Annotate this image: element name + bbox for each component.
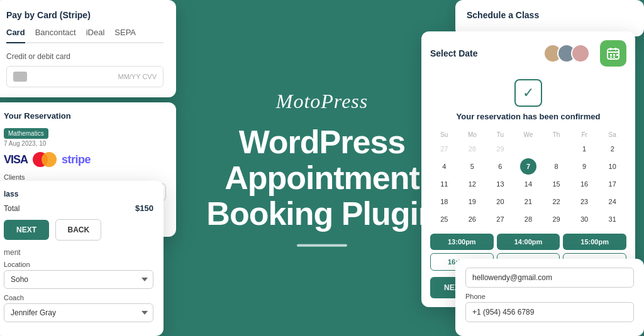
schedule-class-title: Schedule a Class [467,10,633,20]
bottom-btn-row: NEXT BACK [4,219,153,241]
cal-day[interactable]: 31 [604,211,621,227]
cal-day[interactable]: 6 [492,158,508,175]
location-field: Location Soho Downtown [4,261,153,289]
cal-day[interactable]: 21 [520,193,536,210]
cal-day[interactable]: 26 [464,211,480,227]
svg-rect-4 [610,54,612,56]
calendar-title: Select Date [430,48,477,58]
tab-card[interactable]: Card [6,28,25,43]
weekday-fr: Fr [570,131,599,138]
cal-day[interactable]: 11 [436,176,452,192]
email-input[interactable] [465,268,634,288]
calendar-header: Select Date [430,40,626,67]
card-chip-icon [13,72,27,82]
schedule-bottom-left: lass Total $150 NEXT BACK ment Location … [0,181,164,336]
logo-text: MotoPress [276,89,368,112]
cal-day[interactable] [548,141,565,157]
tab-ideal[interactable]: iDeal [86,28,105,42]
tab-sepa[interactable]: SEPA [114,28,136,42]
coach-select[interactable]: Jennifer Gray John Smith [4,303,153,322]
cal-day[interactable]: 8 [548,158,565,175]
cal-day[interactable]: 16 [576,176,592,192]
cal-day[interactable]: 28 [464,141,480,157]
payment-logos: VISA stripe [4,152,166,167]
pay-by-card-panel: Pay by Card (Stripe) Card Bancontact iDe… [0,0,176,97]
subject-badge: Mathematics [4,128,48,139]
bottom-back-button[interactable]: BACK [55,219,101,241]
total-row: Total $150 [4,203,153,213]
avatar-3 [571,44,590,63]
reservation-title: Your Reservation [4,111,166,121]
calendar-header-right [543,40,626,67]
svg-rect-6 [610,57,612,58]
main-heading: WordPress Appointment Booking Plugin [203,124,441,232]
location-select[interactable]: Soho Downtown [4,270,153,289]
tab-bancontact[interactable]: Bancontact [35,28,76,42]
heading-line3: Booking Plugin [203,196,441,232]
cal-day[interactable]: 27 [436,141,452,157]
cal-day[interactable]: 18 [436,193,452,210]
cal-day[interactable]: 29 [492,141,508,157]
card-input-row[interactable]: MM/YY CVV [6,66,164,87]
cal-day[interactable]: 27 [492,211,508,227]
cal-day[interactable]: 25 [436,211,452,227]
cal-day[interactable]: 10 [604,158,621,175]
svg-rect-8 [616,54,618,56]
cal-day[interactable]: 23 [576,193,592,210]
weekday-su: Su [430,131,458,138]
cal-day[interactable]: 5 [464,158,480,175]
weekday-th: Th [542,131,570,138]
cal-day[interactable]: 20 [492,193,508,210]
cal-day[interactable]: 1 [576,141,592,157]
pay-by-card-title: Pay by Card (Stripe) [6,10,164,20]
total-label: Total [4,204,19,213]
calendar-days: 27 28 29 1 2 4 5 6 7 8 9 10 11 12 13 14 … [430,141,626,227]
right-form-bottom: Phone [455,259,644,336]
weekday-sa: Sa [598,131,626,138]
payment-tabs: Card Bancontact iDeal SEPA [6,28,164,43]
cal-day[interactable]: 17 [604,176,621,192]
coach-field: Coach Jennifer Gray John Smith [4,294,153,322]
mc-yellow-circle [42,152,57,167]
cal-day[interactable]: 15 [548,176,565,192]
total-amount: $150 [135,203,153,213]
cal-day[interactable] [520,141,536,157]
cal-day[interactable]: 13 [492,176,508,192]
confirmation-text: Your reservation has been confirmed [430,112,626,122]
mastercard-logo [33,152,57,167]
phone-input[interactable] [465,302,634,322]
calendar-grid: Su Mo Tu We Th Fr Sa 27 28 29 1 2 4 5 6 … [430,131,626,227]
cal-day[interactable]: 12 [464,176,480,192]
motopress-logo: MotoPress [203,89,441,112]
cal-day[interactable]: 2 [604,141,621,157]
booking-calendar-icon [600,40,626,67]
schedule-class-partial-text: lass [4,190,18,198]
confirmation-check-icon: ✓ [514,79,542,107]
phone-label: Phone [465,293,634,300]
cal-day[interactable]: 30 [576,211,592,227]
cal-day[interactable]: 28 [520,211,536,227]
cal-day[interactable]: 9 [576,158,592,175]
cal-day[interactable]: 14 [520,176,536,192]
weekday-tu: Tu [486,131,514,138]
cal-day[interactable]: 19 [464,193,480,210]
payment-partial-label: ment [4,248,153,257]
cal-day[interactable]: 29 [548,211,565,227]
time-slot-1400[interactable]: 14:00pm [497,234,560,250]
schedule-class-partial-title: lass [4,190,153,198]
cal-day[interactable]: 22 [548,193,565,210]
cal-day[interactable]: 24 [604,193,621,210]
stripe-logo: stripe [62,153,91,166]
cal-day[interactable]: 4 [436,158,452,175]
cal-day-selected[interactable]: 7 [520,158,536,175]
bottom-next-button[interactable]: NEXT [4,220,49,240]
underline-accent [297,244,347,247]
heading-line2: Appointment [203,160,441,195]
heading-line1: WordPress [203,124,441,160]
coach-field-label: Coach [4,294,153,301]
time-slot-1500[interactable]: 15:00pm [563,234,626,250]
confirmation-box: ✓ Your reservation has been confirmed [430,73,626,126]
clients-label: Clients [4,173,166,181]
weekday-mo: Mo [458,131,487,138]
time-slot-1300[interactable]: 13:00pm [430,234,494,250]
